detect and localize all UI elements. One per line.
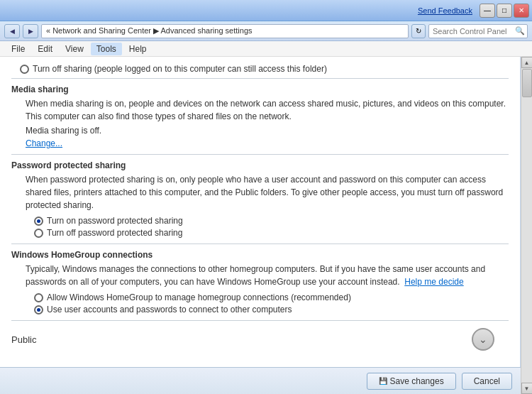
radio-turn-off-sharing[interactable] xyxy=(20,65,29,74)
close-button[interactable]: ✕ xyxy=(514,4,529,18)
media-sharing-status: Media sharing is off. xyxy=(26,126,509,136)
save-changes-button[interactable]: 💾 Save changes xyxy=(367,373,456,390)
radio-homegroup-accounts-label: Use user accounts and passwords to conne… xyxy=(47,305,292,314)
radio-homegroup-accounts-item: Use user accounts and passwords to conne… xyxy=(34,305,509,314)
radio-turn-off-password-label: Turn off password protected sharing xyxy=(47,228,182,238)
homegroup-radio-group: Allow Windows HomeGroup to manage homegr… xyxy=(34,292,509,314)
radio-turn-on-password-item: Turn on password protected sharing xyxy=(34,216,509,226)
radio-homegroup-accounts[interactable] xyxy=(34,305,43,314)
public-expand-button[interactable]: ⌄ xyxy=(472,328,494,351)
radio-turn-on-password-label: Turn on password protected sharing xyxy=(47,216,183,226)
scrollbar: ▲ ▼ xyxy=(521,57,532,394)
media-sharing-description: When media sharing is on, people and dev… xyxy=(26,97,509,123)
menu-view[interactable]: View xyxy=(60,43,89,55)
divider-public xyxy=(11,320,509,321)
password-radio-group: Turn on password protected sharing Turn … xyxy=(34,216,509,238)
radio-homegroup-manage-item: Allow Windows HomeGroup to manage homegr… xyxy=(34,292,509,302)
media-sharing-change-link[interactable]: Change... xyxy=(26,138,509,148)
homegroup-description: Typically, Windows manages the connectio… xyxy=(26,263,509,288)
refresh-button[interactable]: ↻ xyxy=(411,24,426,38)
forward-button[interactable]: ▶ xyxy=(23,24,38,38)
password-sharing-content: When password protected sharing is on, o… xyxy=(26,173,509,238)
radio-homegroup-manage[interactable] xyxy=(34,293,43,302)
minimize-button[interactable]: — xyxy=(480,4,495,18)
scroll-up-button[interactable]: ▲ xyxy=(521,57,533,68)
public-section: Public ⌄ xyxy=(11,325,509,354)
search-wrapper: 🔍 xyxy=(428,24,528,38)
main-area: Turn off sharing (people logged on to th… xyxy=(0,57,532,394)
radio-turn-off-sharing-item: Turn off sharing (people logged on to th… xyxy=(20,64,509,74)
menu-tools[interactable]: Tools xyxy=(91,43,122,55)
password-sharing-description: When password protected sharing is on, o… xyxy=(26,173,509,212)
media-sharing-content: When media sharing is on, people and dev… xyxy=(26,97,509,148)
back-button[interactable]: ◀ xyxy=(4,24,20,38)
radio-turn-off-password[interactable] xyxy=(34,229,43,238)
radio-homegroup-manage-label: Allow Windows HomeGroup to manage homegr… xyxy=(47,292,351,302)
password-sharing-title: Password protected sharing xyxy=(11,160,509,170)
menu-help[interactable]: Help xyxy=(123,43,153,55)
divider-password xyxy=(11,154,509,155)
scroll-down-button[interactable]: ▼ xyxy=(521,383,533,394)
radio-turn-off-password-item: Turn off password protected sharing xyxy=(34,228,509,238)
search-input[interactable] xyxy=(428,24,528,38)
scroll-thumb[interactable] xyxy=(522,69,532,97)
divider-media xyxy=(11,78,509,79)
homegroup-help-link[interactable]: Help me decide xyxy=(404,277,463,287)
public-label: Public xyxy=(11,334,36,345)
floppy-icon: 💾 xyxy=(379,377,387,385)
cancel-button[interactable]: Cancel xyxy=(462,373,512,390)
content-pane: Turn off sharing (people logged on to th… xyxy=(0,57,521,394)
breadcrumb[interactable]: « Network and Sharing Center ▶ Advanced … xyxy=(41,24,409,38)
save-changes-label: Save changes xyxy=(390,376,444,386)
radio-turn-on-password[interactable] xyxy=(34,217,43,226)
menu-file[interactable]: File xyxy=(6,43,31,55)
divider-homegroup xyxy=(11,243,509,244)
menu-edit[interactable]: Edit xyxy=(32,43,58,55)
window-controls: — □ ✕ xyxy=(480,4,529,18)
title-bar: Send Feedback — □ ✕ xyxy=(0,0,532,21)
menu-bar: File Edit View Tools Help xyxy=(0,41,532,57)
homegroup-content: Typically, Windows manages the connectio… xyxy=(26,263,509,314)
search-icon: 🔍 xyxy=(515,26,525,35)
radio-turn-off-sharing-label: Turn off sharing (people logged on to th… xyxy=(33,64,327,74)
homegroup-title: Windows HomeGroup connections xyxy=(11,250,509,260)
address-bar: ◀ ▶ « Network and Sharing Center ▶ Advan… xyxy=(0,21,532,41)
send-feedback-link[interactable]: Send Feedback xyxy=(418,6,472,15)
scroll-track[interactable] xyxy=(521,68,533,383)
media-sharing-title: Media sharing xyxy=(11,84,509,94)
bottom-toolbar: 💾 Save changes Cancel xyxy=(0,367,521,394)
maximize-button[interactable]: □ xyxy=(497,4,512,18)
